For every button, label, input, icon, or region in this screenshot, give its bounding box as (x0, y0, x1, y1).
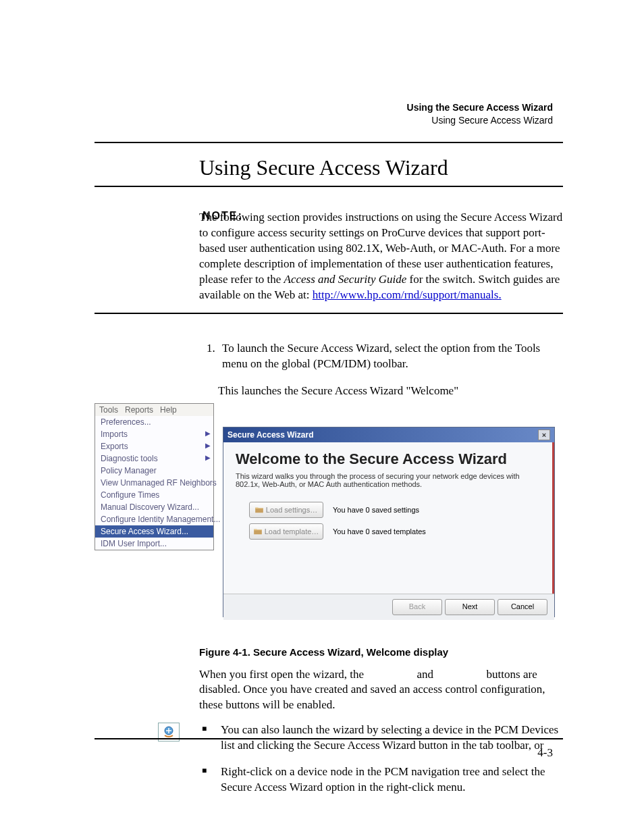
rule-footer (95, 738, 563, 739)
running-header: Using the Secure Access Wizard Using Sec… (407, 101, 553, 127)
submenu-arrow-icon: ▶ (205, 454, 211, 461)
menu-item-imports[interactable]: Imports▶ (95, 428, 213, 440)
load-template-button[interactable]: Load template… (249, 523, 323, 540)
running-header-sub: Using Secure Access Wizard (407, 114, 553, 127)
menubar-reports[interactable]: Reports (125, 405, 153, 415)
bullet-2: Right-click on a device node in the PCM … (218, 764, 563, 796)
cancel-button[interactable]: Cancel (498, 599, 547, 615)
page-number: 4-3 (537, 746, 553, 760)
running-header-title: Using the Secure Access Wizard (407, 101, 553, 114)
menu-item-secure-access-wizard[interactable]: Secure Access Wizard... (95, 525, 213, 538)
load-settings-msg: You have 0 saved settings (333, 506, 419, 514)
menu-item-configure-identity[interactable]: Configure Identity Management... (95, 513, 213, 525)
figure-container: Tools Reports Help Preferences... Import… (95, 403, 563, 619)
menu-item-preferences[interactable]: Preferences... (95, 416, 213, 428)
note-link[interactable]: http://www.hp.com/rnd/support/manuals. (313, 288, 502, 301)
back-button[interactable]: Back (392, 599, 442, 615)
rule-under-heading (95, 186, 563, 187)
submenu-arrow-icon: ▶ (205, 429, 211, 437)
menu-item-manual-discovery[interactable]: Manual Discovery Wizard... (95, 501, 213, 513)
step-list: To launch the Secure Access Wizard, sele… (199, 341, 563, 372)
load-settings-button[interactable]: Load settings… (249, 502, 323, 518)
menu-item-rf-neighbors[interactable]: View Unmanaged RF Neighbors (95, 477, 213, 489)
submenu-arrow-icon: ▶ (205, 442, 211, 449)
tools-menu: Tools Reports Help Preferences... Import… (95, 403, 214, 550)
note-body: The following section provides instructi… (199, 210, 563, 303)
menubar-tools[interactable]: Tools (99, 405, 118, 415)
load-template-msg: You have 0 saved templates (333, 527, 426, 536)
step-1: To launch the Secure Access Wizard, sele… (218, 341, 563, 372)
menu-item-idm-import[interactable]: IDM User Import... (95, 538, 213, 550)
menu-bar: Tools Reports Help (95, 404, 213, 416)
note-label: NOTE: (203, 210, 243, 222)
folder-icon (254, 528, 262, 535)
note-text-ital: Access and Security Guide (284, 273, 407, 286)
menu-item-configure-times[interactable]: Configure Times (95, 489, 213, 501)
bullet-list: You can also launch the wizard by select… (199, 723, 563, 796)
wizard-heading: Welcome to the Secure Access Wizard (236, 450, 540, 468)
menubar-help[interactable]: Help (160, 405, 177, 415)
menu-item-policy[interactable]: Policy Manager (95, 465, 213, 477)
wizard-titlebar: Secure Access Wizard × (223, 427, 554, 442)
wizard-description: This wizard walks you through the proces… (236, 472, 540, 488)
wizard-title-text: Secure Access Wizard (227, 430, 314, 440)
close-icon[interactable]: × (538, 429, 550, 440)
folder-icon (255, 506, 263, 513)
rule-top (95, 142, 563, 143)
rule-under-note (95, 313, 563, 314)
section-heading: Using Secure Access Wizard (199, 155, 563, 180)
menu-item-diagnostic[interactable]: Diagnostic tools▶ (95, 452, 213, 465)
figure-caption: Figure 4-1. Secure Access Wizard, Welcom… (199, 646, 563, 658)
launch-line: This launches the Secure Access Wizard "… (218, 384, 563, 398)
after-figure-paragraph: When you first open the wizard, the and … (199, 667, 563, 714)
next-button[interactable]: Next (445, 599, 495, 615)
menu-item-exports[interactable]: Exports▶ (95, 440, 213, 452)
wizard-dialog: Secure Access Wizard × Welcome to the Se… (223, 427, 555, 617)
